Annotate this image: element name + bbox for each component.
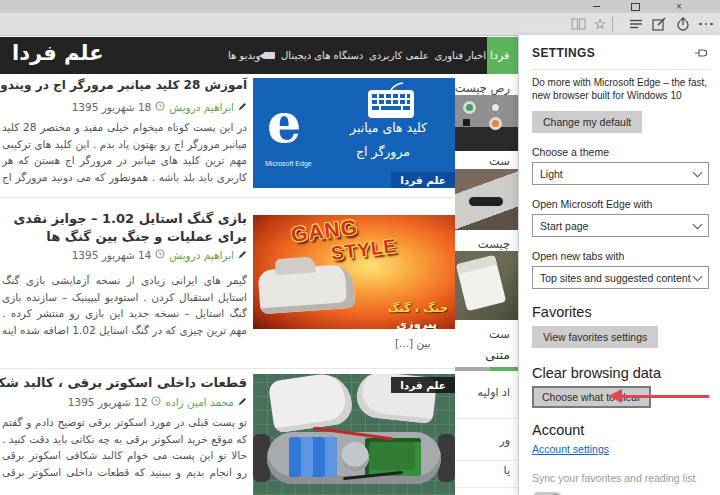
account-settings-link[interactable]: Account settings <box>532 443 609 455</box>
sidebar-tab-underline <box>455 367 518 371</box>
article-meta: ابراهیم درویش 14 شهریور 1395 <box>0 249 247 261</box>
theme-selected-value: Light <box>540 168 563 180</box>
new-tabs-label: Open new tabs with <box>532 250 709 262</box>
article-meta: ابراهیم درویش 18 شهریور 1395 <box>0 101 247 113</box>
sidebar-divider <box>455 418 518 419</box>
theme-select[interactable]: Light <box>532 162 709 185</box>
close-button[interactable]: × <box>672 1 686 12</box>
article-meta: محمد امین زاده 12 شهریور 1395 <box>0 396 247 408</box>
web-note-icon[interactable] <box>650 16 668 32</box>
hoverboard-battery-graphic <box>289 437 337 477</box>
article-date: 14 شهریور 1395 <box>72 249 152 261</box>
open-with-label: Open Microsoft Edge with <box>532 198 709 210</box>
article-title[interactable]: قطعات داخلی اسکوتر برقی ، کالبد شکافی <box>0 375 247 390</box>
article-separator <box>0 197 455 198</box>
sidebar-thumb-usb-port[interactable] <box>455 169 518 230</box>
edge-browser-window: × ☆ علم فردا ویدیو ها دستگاه های دیجیتال <box>0 0 720 495</box>
clock-icon <box>151 396 161 408</box>
edge-brand-label: Microsoft Edge <box>265 160 312 167</box>
account-heading: Account <box>532 422 709 438</box>
maximize-icon <box>631 3 640 11</box>
article-excerpt: تو پست قبلی در مورد اسکوتر برقی توضیح دا… <box>2 414 247 483</box>
sidebar-divider <box>455 487 518 488</box>
article-separator <box>0 368 455 369</box>
sidebar-heading-partial[interactable]: چیست <box>478 237 510 251</box>
chevron-down-icon <box>693 219 703 229</box>
article-date: 12 شهریور 1395 <box>68 396 148 408</box>
nav-item-tech-news[interactable]: اخبار فناوری <box>435 50 486 61</box>
article-thumbnail-hoverboard[interactable]: علم فردا <box>253 374 455 495</box>
browser-toolbar: ☆ <box>0 13 720 36</box>
pencil-icon <box>238 396 247 408</box>
article-thumbnail-edge-shortcuts[interactable]: e Microsoft Edge کلید های میانبر مرورگر … <box>253 78 455 188</box>
site-logo[interactable]: علم فردا <box>12 41 104 65</box>
minimize-icon <box>593 6 600 7</box>
article-excerpt-continuation: بین [...] <box>395 337 455 349</box>
clear-browsing-data-heading: Clear browsing data <box>532 365 709 381</box>
open-with-selected-value: Start page <box>540 220 588 232</box>
maximize-button[interactable] <box>628 1 642 12</box>
toolbar-divider <box>612 17 613 31</box>
video-camera-icon <box>264 52 275 59</box>
view-favorites-settings-button[interactable]: View favorites settings <box>532 326 658 348</box>
article-excerpt: در این پست کوتاه میخوام خیلی مفید و مختص… <box>2 119 247 188</box>
share-icon[interactable] <box>674 16 692 32</box>
article-author[interactable]: محمد امین زاده <box>165 396 234 408</box>
nav-menu: ویدیو ها دستگاه های دیجیتال علمی کاربردی… <box>228 37 486 74</box>
thumb-caption-line2: مرورگر اج <box>356 144 410 159</box>
sidebar-heading-partial[interactable]: ست <box>489 154 510 168</box>
thumb-caption-line2: پیروزی <box>397 317 437 329</box>
sidebar-list-item-partial[interactable]: ور <box>499 434 510 447</box>
minimize-button[interactable] <box>589 1 603 12</box>
nav-item-home-active[interactable]: فردا <box>487 37 518 74</box>
thumb-caption-line1: جنگ ، گنگ <box>388 301 448 315</box>
sidebar-thumb-rca-connectors[interactable] <box>455 95 518 151</box>
watermark-badge: علم فردا <box>391 172 455 188</box>
edge-logo: e <box>267 96 301 150</box>
hoverboard-hinge-graphic <box>341 442 369 472</box>
change-default-button[interactable]: Change my default <box>532 111 642 133</box>
chevron-down-icon <box>693 271 703 281</box>
sidebar-heading-partial[interactable]: رص چیست <box>455 81 510 95</box>
nav-item-applied-science[interactable]: علمی کاربردی <box>369 50 429 61</box>
article-thumbnail-gang-style[interactable]: GANG STYLE جنگ ، گنگ پیروزی <box>253 215 455 329</box>
open-with-select[interactable]: Start page <box>532 214 709 237</box>
more-actions-icon[interactable] <box>697 16 715 32</box>
pencil-icon <box>238 101 247 113</box>
reading-view-icon[interactable] <box>569 16 587 32</box>
chevron-down-icon <box>693 167 703 177</box>
sync-favorites-label: Sync your favorites and reading list <box>532 472 709 484</box>
hoverboard-shell-graphic <box>268 374 354 433</box>
pencil-icon <box>238 249 247 261</box>
article-author[interactable]: ابراهیم درویش <box>169 101 234 113</box>
clear-browsing-row: Choose what to clear <box>532 386 709 409</box>
edge-promo-text: Do more with Microsoft Edge – the fast, … <box>532 76 709 103</box>
annotation-arrow <box>621 395 709 398</box>
article-title[interactable]: بازی گنگ استایل 1.02 – جوایز نقدی برای ع… <box>0 210 247 246</box>
clock-icon <box>155 249 165 261</box>
article-title[interactable]: آموزش 28 کلید میانبر مرورگر اج در ویندوز… <box>0 78 247 92</box>
sidebar-list-item-partial[interactable]: یا <box>504 464 510 477</box>
pin-panel-icon[interactable] <box>694 44 709 62</box>
article-date: 18 شهریور 1395 <box>72 101 152 113</box>
site-sidebar-partial: رص چیست ست چیست ست متنی اد اولیه ور یا <box>455 74 518 495</box>
article-author[interactable]: ابراهیم درویش <box>169 249 234 261</box>
settings-header: SETTINGS <box>532 35 709 70</box>
new-tabs-select[interactable]: Top sites and suggested content <box>532 266 709 289</box>
nav-item-videos[interactable]: ویدیو ها <box>228 50 275 61</box>
favorites-heading: Favorites <box>532 304 709 320</box>
new-tabs-selected-value: Top sites and suggested content <box>540 272 691 284</box>
settings-title: SETTINGS <box>532 46 595 60</box>
favorites-star-icon[interactable]: ☆ <box>591 16 609 32</box>
hoverboard-pcb-graphic <box>365 438 421 476</box>
sidebar-thumb-white-device[interactable] <box>455 251 518 320</box>
sidebar-tab-partial[interactable]: متنی <box>485 347 510 362</box>
article-excerpt: گیمر های ایرانی زیادی از نسخه آزمایشی با… <box>2 272 247 341</box>
sidebar-heading-partial[interactable]: ست <box>489 327 510 341</box>
sidebar-list-item-partial[interactable]: اد اولیه <box>478 386 510 399</box>
hub-icon[interactable] <box>627 16 645 32</box>
nav-item-digital-devices[interactable]: دستگاه های دیجیتال <box>281 50 363 61</box>
settings-panel: SETTINGS Do more with Microsoft Edge – t… <box>518 35 720 495</box>
sidebar-divider <box>455 460 518 461</box>
theme-label: Choose a theme <box>532 146 709 158</box>
